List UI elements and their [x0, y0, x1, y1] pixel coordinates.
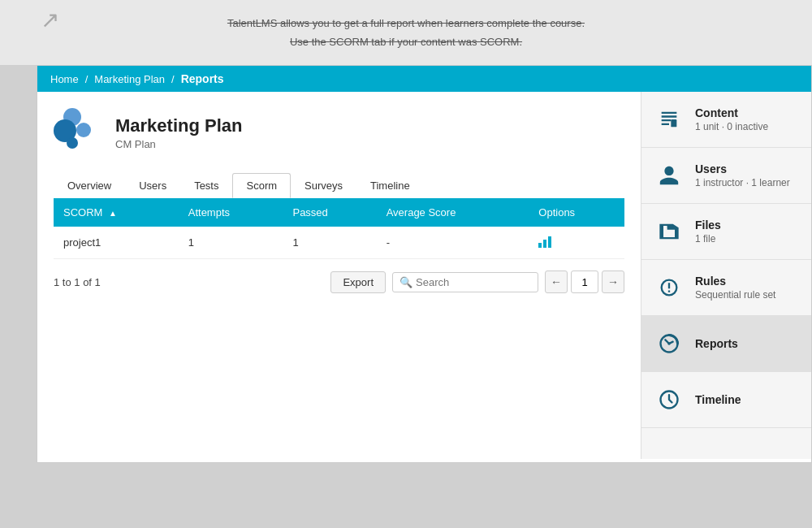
sidebar-content-sublabel: 1 unit · 0 inactive [695, 121, 768, 132]
cell-scorm-name: project1 [54, 227, 179, 259]
breadcrumb-current: Reports [181, 72, 224, 85]
content-wrapper: Marketing Plan CM Plan Overview Users Te… [37, 92, 811, 459]
sidebar-files-label: Files [695, 219, 721, 232]
content-icon [654, 105, 684, 134]
rules-icon [654, 273, 684, 302]
sidebar: Content 1 unit · 0 inactive Users 1 inst… [641, 92, 811, 459]
sidebar-rules-label: Rules [695, 275, 775, 288]
sidebar-rules-text: Rules Sequential rule set [695, 275, 775, 301]
sidebar-content-label: Content [695, 106, 768, 119]
search-icon: 🔍 [400, 276, 412, 288]
svg-rect-0 [671, 119, 676, 127]
timeline-icon [654, 385, 684, 414]
sidebar-users-sublabel: 1 instructor · 1 learner [695, 177, 790, 188]
col-attempts: Attempts [179, 198, 283, 227]
col-scorm[interactable]: SCORM ▲ [54, 198, 179, 227]
tabs-container: Overview Users Tests Scorm Surveys Timel… [54, 173, 624, 198]
sidebar-item-rules[interactable]: Rules Sequential rule set [641, 260, 811, 316]
col-passed: Passed [283, 198, 376, 227]
tab-overview[interactable]: Overview [54, 173, 125, 198]
page-number-input[interactable] [571, 270, 598, 293]
sidebar-reports-text: Reports [695, 337, 738, 350]
sidebar-rules-sublabel: Sequential rule set [695, 289, 775, 301]
sidebar-content-text: Content 1 unit · 0 inactive [695, 106, 768, 132]
tab-timeline[interactable]: Timeline [356, 173, 424, 198]
sidebar-users-label: Users [695, 162, 790, 175]
prev-page-button[interactable]: ← [545, 270, 568, 293]
annotation-line-1: TalentLMS allows you to get a full repor… [227, 14, 585, 32]
cell-attempts: 1 [179, 227, 283, 259]
tab-tests[interactable]: Tests [180, 173, 232, 198]
cell-options[interactable] [529, 227, 624, 259]
sidebar-files-text: Files 1 file [695, 219, 721, 245]
sidebar-users-text: Users 1 instructor · 1 learner [695, 162, 790, 188]
breadcrumb-home[interactable]: Home [50, 73, 79, 85]
sidebar-files-sublabel: 1 file [695, 233, 721, 245]
sidebar-timeline-label: Timeline [695, 393, 741, 406]
tab-surveys[interactable]: Surveys [291, 173, 356, 198]
sidebar-item-files[interactable]: Files 1 file [641, 204, 811, 260]
main-content: Marketing Plan CM Plan Overview Users Te… [37, 92, 641, 459]
pagination-right: Export 🔍 ← → [330, 270, 624, 293]
bar-chart-icon[interactable] [538, 235, 551, 248]
next-page-button[interactable]: → [602, 270, 624, 293]
sidebar-reports-label: Reports [695, 337, 738, 350]
logo-bubble-3 [76, 123, 91, 137]
annotation-arrow: ↗ [41, 6, 59, 33]
breadcrumb-bar: Home / Marketing Plan / Reports [37, 66, 811, 92]
tab-scorm[interactable]: Scorm [232, 173, 291, 198]
sidebar-item-reports[interactable]: Reports [641, 316, 811, 372]
tab-users[interactable]: Users [125, 173, 180, 198]
bottom-gray-area [0, 463, 812, 528]
breadcrumb-sep1: / [85, 73, 89, 85]
pagination-area: 1 to 1 of 1 Export 🔍 ← → [54, 262, 624, 301]
course-logo [54, 108, 102, 157]
page-nav: ← → [545, 270, 624, 293]
col-options: Options [529, 198, 624, 227]
pagination-info: 1 to 1 of 1 [54, 276, 101, 288]
cell-passed: 1 [283, 227, 376, 259]
sidebar-item-content[interactable]: Content 1 unit · 0 inactive [641, 92, 811, 148]
course-header: Marketing Plan CM Plan [54, 108, 624, 157]
bar-1 [538, 243, 542, 248]
course-title: Marketing Plan [115, 115, 242, 136]
users-icon [654, 161, 684, 190]
col-avg-score: Average Score [377, 198, 529, 227]
sidebar-item-users[interactable]: Users 1 instructor · 1 learner [641, 148, 811, 204]
annotation-line-2: Use the SCORM tab if your content was SC… [290, 32, 522, 51]
export-button[interactable]: Export [330, 271, 386, 293]
logo-bubble-4 [67, 137, 78, 149]
cell-avg-score: - [377, 227, 529, 259]
reports-icon [654, 329, 684, 358]
sort-arrow-icon: ▲ [109, 209, 117, 218]
breadcrumb-course[interactable]: Marketing Plan [94, 73, 165, 85]
sidebar-timeline-text: Timeline [695, 393, 741, 406]
course-subtitle: CM Plan [115, 138, 242, 150]
search-input[interactable] [416, 276, 531, 288]
annotation-banner: ↗ TalentLMS allows you to get a full rep… [0, 0, 812, 65]
files-icon [654, 217, 684, 246]
main-container: Home / Marketing Plan / Reports Marketin… [37, 65, 812, 463]
svg-point-2 [667, 342, 671, 345]
table-row: project1 1 1 - [54, 227, 624, 259]
scorm-table: SCORM ▲ Attempts Passed Average Score Op… [54, 198, 624, 259]
course-info: Marketing Plan CM Plan [115, 115, 242, 150]
bar-3 [548, 236, 551, 248]
bar-2 [543, 240, 546, 248]
sidebar-item-timeline[interactable]: Timeline [641, 372, 811, 428]
breadcrumb-sep2: / [171, 73, 175, 85]
search-box: 🔍 [392, 272, 538, 292]
